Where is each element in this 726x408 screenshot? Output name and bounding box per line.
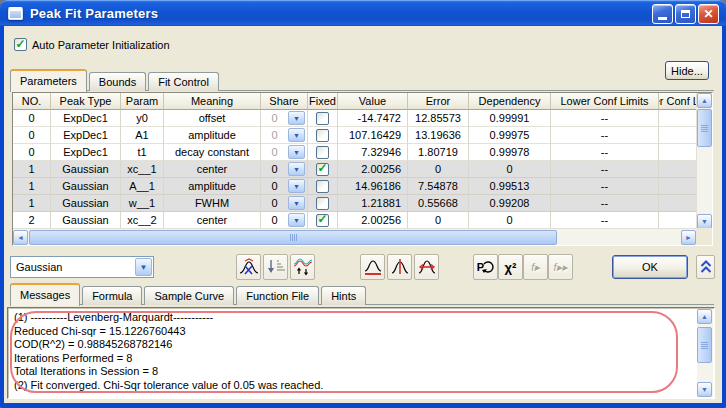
table-row[interactable]: 1 Gaussian xc__1 center 0 ▼ ✓ 2.00256 0 …	[13, 161, 696, 178]
arrow-up-icon: ▲	[701, 313, 708, 320]
fix-peak-widths-button[interactable]	[414, 254, 439, 280]
cell-param: w__1	[121, 195, 164, 212]
column-header: Fixed	[308, 93, 338, 110]
initialize-parameters-button[interactable]	[236, 254, 261, 280]
column-header: Lower Conf Limits	[551, 93, 659, 110]
tab-function-file[interactable]: Function File	[236, 286, 319, 305]
table-row[interactable]: 0 ExpDec1 A1 amplitude 0 ▼ ✓ 107.16429 1…	[13, 127, 696, 144]
double-chevron-up-icon	[700, 260, 712, 274]
horizontal-scroll-thumb[interactable]	[29, 230, 557, 245]
arrow-down-icon: ▼	[701, 218, 708, 225]
cell-value[interactable]: -14.7472	[338, 110, 408, 127]
calculate-chi-sqr-button[interactable]: χ²	[498, 254, 523, 280]
cell-upper-conf	[659, 161, 696, 178]
share-dropdown-button[interactable]: ▼	[288, 128, 305, 142]
table-row[interactable]: 0 ExpDec1 t1 decay constant 0 ▼ ✓ 7.3294…	[13, 144, 696, 161]
fixed-checkbox[interactable]: ✓	[316, 197, 329, 210]
function-selector-dropdown-button[interactable]: ▼	[135, 258, 152, 276]
scroll-down-button[interactable]: ▼	[697, 214, 712, 229]
chevron-down-icon: ▼	[293, 217, 300, 224]
close-button[interactable]: ✕	[698, 4, 719, 24]
scroll-left-button[interactable]: ◄	[13, 230, 28, 245]
share-dropdown-button[interactable]: ▼	[288, 179, 305, 193]
iterate-all-icon: f▸▸	[553, 261, 567, 274]
messages-vertical-scrollbar[interactable]: ▲ ▼	[697, 309, 713, 397]
fixed-checkbox[interactable]: ✓	[316, 214, 329, 227]
share-dropdown-button[interactable]: ▼	[288, 196, 305, 210]
table-vertical-scrollbar[interactable]: ▲ ▼	[696, 93, 712, 229]
minimize-button[interactable]	[652, 4, 673, 24]
cell-value[interactable]: 7.32946	[338, 144, 408, 161]
cell-error: 12.85573	[408, 110, 469, 127]
tab-label: Fit Control	[158, 76, 209, 88]
vertical-scroll-thumb[interactable]	[697, 109, 712, 147]
scroll-right-button[interactable]: ►	[681, 230, 696, 245]
cell-value[interactable]: 2.00256	[338, 212, 408, 229]
tab-sample-curve[interactable]: Sample Curve	[144, 286, 234, 305]
tab-formula[interactable]: Formula	[82, 286, 142, 305]
auto-init-label: Auto Parameter Initialization	[32, 39, 170, 51]
scroll-up-button[interactable]: ▲	[697, 309, 712, 324]
function-selector[interactable]: Gaussian ▼	[10, 256, 154, 278]
sort-descending-icon	[266, 258, 286, 276]
share-dropdown-button[interactable]: ▼	[288, 162, 305, 176]
tab-bounds[interactable]: Bounds	[89, 72, 146, 91]
hide-button[interactable]: Hide...	[665, 61, 709, 80]
column-header: Value	[338, 93, 408, 110]
table-row[interactable]: 2 Gaussian xc__2 center 0 ▼ ✓ 2.00256 0 …	[13, 212, 696, 229]
cell-meaning: FWHM	[164, 195, 261, 212]
table-body: 0 ExpDec1 y0 offset 0 ▼ ✓ -14.7472 12.85…	[13, 110, 696, 229]
cell-value[interactable]: 2.00256	[338, 161, 408, 178]
share-value: 0	[263, 197, 286, 209]
fixed-checkbox[interactable]: ✓	[316, 163, 329, 176]
sort-peaks-button[interactable]	[263, 254, 288, 280]
cell-no: 1	[13, 161, 51, 178]
table-horizontal-scrollbar[interactable]: ◄ ►	[13, 228, 696, 245]
cell-dependency: 0	[469, 212, 551, 229]
fit-until-converged-button[interactable]: f▸▸	[548, 254, 573, 280]
tab-hints[interactable]: Hints	[321, 286, 366, 305]
cell-fixed: ✓	[308, 127, 338, 144]
share-dropdown-button[interactable]: ▼	[288, 213, 305, 227]
vertical-scroll-thumb[interactable]	[697, 327, 712, 363]
cell-share: 0 ▼	[261, 144, 308, 161]
fixed-checkbox[interactable]: ✓	[316, 146, 329, 159]
fixed-checkbox[interactable]: ✓	[316, 112, 329, 125]
maximize-button[interactable]	[675, 4, 696, 24]
auto-init-checkbox[interactable]: ✓	[14, 38, 27, 51]
cell-value[interactable]: 14.96186	[338, 178, 408, 195]
cell-error: 7.54878	[408, 178, 469, 195]
table-row[interactable]: 1 Gaussian w__1 FWHM 0 ▼ ✓ 1.21881 0.556…	[13, 195, 696, 212]
check-icon: ✓	[15, 39, 25, 49]
scroll-up-button[interactable]: ▲	[697, 93, 712, 108]
collapse-panel-button[interactable]	[696, 255, 715, 279]
tab-fit-control[interactable]: Fit Control	[148, 72, 219, 91]
share-value: 0	[263, 146, 286, 158]
reassign-peaks-button[interactable]	[290, 254, 315, 280]
fixed-checkbox[interactable]: ✓	[316, 129, 329, 142]
tab-label: Hints	[331, 290, 356, 302]
iterate-once-icon: f▸	[531, 261, 540, 274]
cell-value[interactable]: 1.21881	[338, 195, 408, 212]
fix-baseline-button[interactable]	[360, 254, 385, 280]
thumb-grip	[701, 342, 708, 349]
fix-peak-centers-button[interactable]	[387, 254, 412, 280]
share-dropdown-button[interactable]: ▼	[288, 111, 305, 125]
tab-messages[interactable]: Messages	[10, 283, 80, 306]
check-icon: ✓	[317, 163, 327, 173]
messages-pane[interactable]: (1) ----------Levenberg-Marquardt-------…	[7, 307, 715, 399]
fixed-checkbox[interactable]: ✓	[316, 180, 329, 193]
table-row[interactable]: 1 Gaussian A__1 amplitude 0 ▼ ✓ 14.96186…	[13, 178, 696, 195]
table-row[interactable]: 0 ExpDec1 y0 offset 0 ▼ ✓ -14.7472 12.85…	[13, 110, 696, 127]
thumb-grip	[701, 125, 708, 132]
cell-value[interactable]: 107.16429	[338, 127, 408, 144]
share-dropdown-button[interactable]: ▼	[288, 145, 305, 159]
scroll-down-button[interactable]: ▼	[697, 382, 712, 397]
tab-parameters[interactable]: Parameters	[10, 69, 87, 92]
ok-button[interactable]: OK	[612, 255, 688, 279]
tab-label: Sample Curve	[154, 290, 224, 302]
revert-parameters-button[interactable]: P	[473, 254, 498, 280]
one-iteration-button[interactable]: f▸	[523, 254, 548, 280]
title-bar[interactable]: Peak Fit Parameters ✕	[0, 0, 726, 26]
chevron-down-icon: ▼	[293, 166, 300, 173]
